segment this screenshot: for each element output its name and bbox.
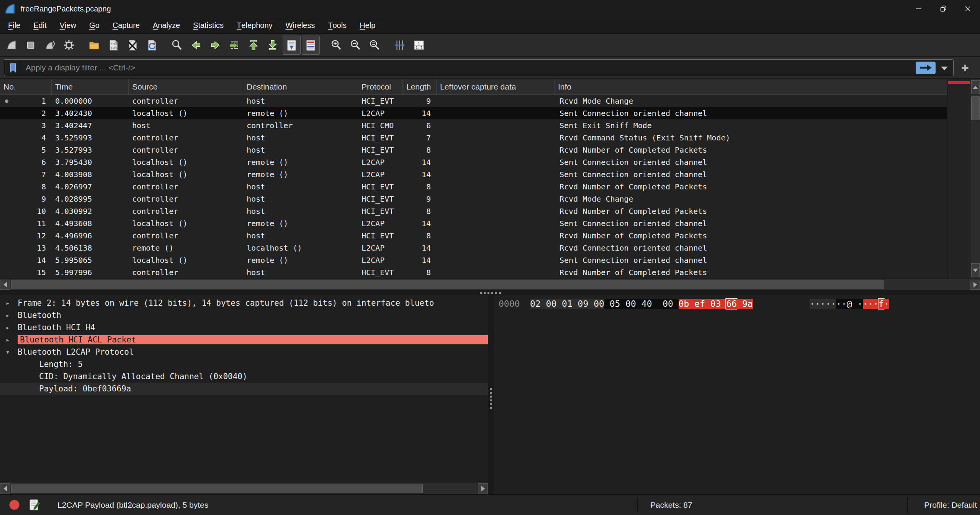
start-capture-button[interactable] [2, 36, 20, 55]
auto-scroll-button[interactable] [283, 36, 301, 55]
go-to-packet-button[interactable] [225, 36, 243, 55]
hex-bytes[interactable]: 02 00 01 09 00 05 00 40 00 0b ef 03 66 9… [530, 298, 753, 310]
go-first-button[interactable] [244, 36, 262, 55]
detail-row[interactable]: ▾Bluetooth L2CAP Protocol [0, 346, 488, 358]
packet-list-vscrollbar[interactable] [970, 79, 980, 279]
scroll-right-icon[interactable] [970, 280, 980, 290]
column-header-info[interactable]: Info [555, 79, 947, 95]
column-header-time[interactable]: Time [52, 79, 129, 95]
expand-icon[interactable]: ▸ [4, 299, 18, 307]
hscroll-thumb[interactable] [11, 280, 884, 289]
hex-bytes-segment-l2cap[interactable]: 05 00 40 00 [604, 299, 679, 309]
expand-icon[interactable]: ▸ [4, 311, 18, 319]
packet-list-minimap[interactable] [947, 79, 970, 279]
hex-bytes-segment-payload[interactable]: 0b ef 03 [679, 299, 726, 309]
filter-dropdown-icon[interactable] [941, 67, 948, 70]
zoom-out-button[interactable] [346, 36, 364, 55]
go-last-button[interactable] [263, 36, 281, 55]
packet-row[interactable]: 94.028995controllerhostHCI_EVT9Rcvd Mode… [0, 193, 947, 205]
menu-analyze[interactable]: Analyze [146, 18, 187, 33]
menu-statistics[interactable]: Statistics [187, 18, 230, 33]
close-file-button[interactable] [123, 36, 141, 55]
hex-ascii-segment-l2cap[interactable]: ··@ · [836, 299, 862, 309]
hscroll-thumb[interactable] [11, 484, 423, 493]
detail-row[interactable]: ▸Bluetooth HCI ACL Packet [0, 334, 488, 346]
scroll-up-icon[interactable] [971, 80, 980, 94]
column-header-source[interactable]: Source [129, 79, 243, 95]
zoom-in-button[interactable] [327, 36, 345, 55]
hex-ascii-segment-payload[interactable]: · [884, 299, 889, 309]
restore-icon[interactable] [931, 0, 955, 18]
resize-columns-button[interactable] [391, 36, 409, 55]
packet-row[interactable]: 155.997996controllerhostHCI_EVT8Rcvd Num… [0, 266, 947, 279]
expand-icon[interactable]: ▸ [4, 336, 18, 344]
horizontal-splitter[interactable] [0, 290, 980, 295]
filter-add-button[interactable]: + [961, 62, 969, 73]
packet-list-hscrollbar[interactable] [0, 279, 980, 290]
packet-row[interactable]: 10.000000controllerhostHCI_EVT9Rcvd Mode… [0, 95, 947, 107]
find-packet-button[interactable] [168, 36, 186, 55]
hex-bytes-segment-payload-cursor[interactable]: 66 [725, 298, 738, 310]
menu-telephony[interactable]: Telephony [230, 18, 279, 33]
packet-row[interactable]: 53.527993controllerhostHCI_EVT8Rcvd Numb… [0, 144, 947, 156]
collapse-icon[interactable]: ▾ [4, 348, 18, 356]
detail-row[interactable]: Payload: 0bef03669a [0, 383, 488, 395]
vscroll-thumb[interactable] [971, 96, 980, 120]
menu-tools[interactable]: Tools [321, 18, 353, 33]
stop-capture-button[interactable] [21, 36, 39, 55]
menu-file[interactable]: File [2, 18, 27, 33]
packet-row[interactable]: 23.402430localhost ()remote ()L2CAP14Sen… [0, 107, 947, 119]
packet-row[interactable]: 43.525993controllerhostHCI_EVT7Rcvd Comm… [0, 132, 947, 144]
column-header-length[interactable]: Length [403, 79, 437, 95]
detail-row[interactable]: ▸Bluetooth HCI H4 [0, 321, 488, 334]
close-icon[interactable] [955, 0, 980, 18]
column-header-destination[interactable]: Destination [243, 79, 358, 95]
zoom-original-button[interactable] [365, 36, 383, 55]
capture-comment-icon[interactable] [29, 499, 40, 513]
menu-help[interactable]: Help [353, 18, 382, 33]
capture-options-button[interactable] [60, 36, 78, 55]
filter-apply-icon[interactable] [916, 62, 936, 74]
profile-status[interactable]: Profile: Default [924, 495, 977, 515]
detail-row[interactable]: CID: Dynamically Allocated Channel (0x00… [0, 370, 488, 383]
hex-ascii[interactable]: ·······@ ····f· [810, 298, 889, 310]
hex-ascii-segment-frame[interactable]: ····· [810, 299, 836, 309]
packet-row[interactable]: 84.026997controllerhostHCI_EVT8Rcvd Numb… [0, 181, 947, 193]
go-back-button[interactable] [187, 36, 205, 55]
open-file-button[interactable] [85, 36, 103, 55]
packet-row[interactable]: 63.795430localhost ()remote ()L2CAP14Sen… [0, 156, 947, 168]
menu-edit[interactable]: Edit [27, 18, 53, 33]
reset-layout-button[interactable]: 123 [410, 36, 428, 55]
go-forward-button[interactable] [206, 36, 224, 55]
column-header-protocol[interactable]: Protocol [358, 79, 403, 95]
detail-row[interactable]: ▸Frame 2: 14 bytes on wire (112 bits), 1… [0, 297, 488, 309]
packet-row[interactable]: 124.496996controllerhostHCI_EVT8Rcvd Num… [0, 230, 947, 242]
save-file-button[interactable]: 01011101 [104, 36, 122, 55]
vertical-splitter[interactable] [488, 295, 494, 494]
column-header-leftover-capture-data[interactable]: Leftover capture data [437, 79, 555, 95]
hex-bytes-segment-payload[interactable]: 9a [737, 299, 753, 309]
colorize-button[interactable] [302, 36, 320, 55]
packet-row[interactable]: 74.003908localhost ()remote ()L2CAP14Sen… [0, 168, 947, 181]
menu-view[interactable]: View [53, 18, 83, 33]
scroll-left-icon[interactable] [0, 483, 10, 494]
menu-wireless[interactable]: Wireless [279, 18, 322, 33]
column-header-no[interactable]: No. [0, 79, 52, 95]
packet-row[interactable]: 104.030992controllerhostHCI_EVT8Rcvd Num… [0, 205, 947, 217]
expert-info-icon[interactable] [9, 500, 20, 510]
expand-icon[interactable]: ▸ [4, 324, 18, 331]
menu-capture[interactable]: Capture [106, 18, 146, 33]
scroll-down-icon[interactable] [971, 263, 980, 277]
minimize-icon[interactable] [906, 0, 931, 18]
packet-row[interactable]: 114.493608localhost ()remote ()L2CAP14Se… [0, 217, 947, 230]
packet-row[interactable]: 33.402447hostcontrollerHCI_CMD6Sent Exit… [0, 119, 947, 132]
hex-ascii-segment-payload[interactable]: ··· [863, 299, 879, 309]
reload-file-button[interactable] [142, 36, 160, 55]
restart-capture-button[interactable] [41, 36, 59, 55]
menu-go[interactable]: Go [83, 18, 106, 33]
detail-row[interactable]: Length: 5 [0, 358, 488, 370]
packet-row[interactable]: 134.506138remote ()localhost ()L2CAP14Rc… [0, 242, 947, 254]
detail-hscrollbar[interactable] [0, 482, 488, 494]
detail-row[interactable]: ▸Bluetooth [0, 309, 488, 321]
hex-bytes-segment-frame[interactable]: 02 00 01 09 00 [530, 299, 604, 309]
